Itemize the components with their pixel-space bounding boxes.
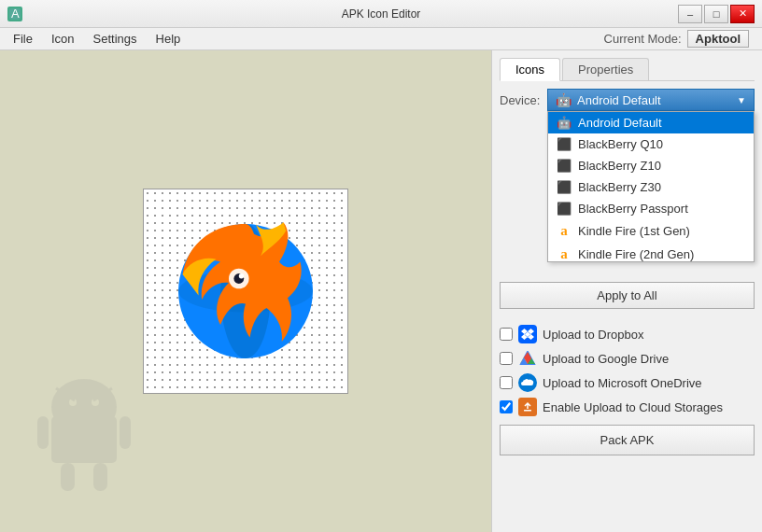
app-icon: A [7,7,22,21]
dropdown-item-label: Kindle Fire (1st Gen) [578,224,690,238]
device-android-icon: 🤖 [556,92,572,107]
svg-rect-6 [61,463,75,491]
dropdown-item-bb-z10[interactable]: ⬛ BlackBerry Z10 [548,155,754,176]
android-icon: 🤖 [556,116,572,130]
android-watermark [28,365,140,513]
bb-icon-2: ⬛ [556,159,572,173]
svg-text:A: A [11,8,20,20]
apply-to-all-button[interactable]: Apply to All [500,282,755,309]
dropdown-item-kindle-2[interactable]: a Kindle Fire (2nd Gen) [548,243,754,261]
svg-rect-3 [51,416,117,463]
checkbox-row-cloud: Enable Upload to Cloud Storages [500,395,755,419]
window-controls[interactable]: – □ ✕ [678,5,755,23]
device-dropdown[interactable]: 🤖 Android Default ⬛ BlackBerry Q10 ⬛ Bla… [547,111,755,262]
tab-icons[interactable]: Icons [500,58,560,81]
cloud-icon [518,398,537,416]
onedrive-label: Upload to Microsoft OneDrive [543,376,702,390]
minimize-button[interactable]: – [678,5,702,23]
current-mode-label: Current Mode: [604,32,682,46]
left-panel [0,50,491,532]
checkbox-row-dropbox: Upload to Dropbox [500,322,755,346]
device-row: Device: 🤖 Android Default ▼ 🤖 Android De… [500,89,755,111]
svg-rect-23 [524,410,531,412]
canvas-area[interactable] [143,189,348,394]
dropdown-scroll[interactable]: 🤖 Android Default ⬛ BlackBerry Q10 ⬛ Bla… [548,112,754,261]
device-select-container: 🤖 Android Default ▼ 🤖 Android Default ⬛ … [547,89,755,111]
svg-rect-5 [120,416,131,449]
menu-icon[interactable]: Icon [42,30,84,48]
gdrive-icon [518,349,537,368]
maximize-button[interactable]: □ [704,5,728,23]
pack-apk-button[interactable]: Pack APK [500,425,755,455]
close-button[interactable]: ✕ [730,5,755,23]
dropdown-item-bb-z30[interactable]: ⬛ BlackBerry Z30 [548,176,754,198]
device-select[interactable]: 🤖 Android Default ▼ [547,89,755,111]
cloud-enable-checkbox[interactable] [500,400,513,413]
bb-icon-4: ⬛ [556,202,572,216]
dropdown-arrow-icon: ▼ [737,95,746,105]
right-panel: Icons Properties Device: 🤖 Android Defau… [491,50,762,532]
svg-rect-4 [37,416,49,449]
gdrive-label: Upload to Google Drive [543,352,669,366]
main-content: Icons Properties Device: 🤖 Android Defau… [0,50,762,532]
dropdown-item-kindle-1[interactable]: a Kindle Fire (1st Gen) [548,219,754,243]
dropdown-item-label: BlackBerry Passport [578,202,688,216]
svg-rect-7 [93,463,107,491]
dropdown-item-label: Android Default [578,116,662,130]
dropbox-label: Upload to Dropbox [543,328,643,342]
title-bar: A APK Icon Editor – □ ✕ [0,0,762,28]
kindle-icon-2: a [556,246,572,261]
dropdown-item-label: BlackBerry Z10 [578,159,661,173]
dropdown-item-label: BlackBerry Q10 [578,137,663,151]
svg-point-17 [239,273,244,278]
onedrive-icon [518,373,537,392]
dropdown-item-android-default[interactable]: 🤖 Android Default [548,112,754,133]
bb-icon-1: ⬛ [556,137,572,151]
cloud-label: Enable Upload to Cloud Storages [543,400,723,414]
tab-bar: Icons Properties [500,58,755,81]
dropbox-checkbox[interactable] [500,328,513,341]
kindle-icon-1: a [556,223,572,239]
window-title: APK Icon Editor [342,7,421,21]
device-selected-name: Android Default [577,93,731,107]
menu-settings[interactable]: Settings [84,30,147,48]
dropbox-icon [518,325,537,343]
dropdown-item-bb-q10[interactable]: ⬛ BlackBerry Q10 [548,133,754,155]
device-label: Device: [500,93,542,107]
current-mode: Current Mode: Apktool [604,30,758,48]
dropdown-item-bb-passport[interactable]: ⬛ BlackBerry Passport [548,198,754,219]
menu-bar: File Icon Settings Help Current Mode: Ap… [0,28,762,50]
onedrive-checkbox[interactable] [500,376,513,389]
bb-icon-3: ⬛ [556,180,572,194]
checkbox-row-gdrive: Upload to Google Drive [500,346,755,371]
dropdown-item-label: Kindle Fire (2nd Gen) [578,247,694,261]
gdrive-checkbox[interactable] [500,352,513,365]
menu-help[interactable]: Help [147,30,190,48]
tab-properties[interactable]: Properties [562,58,649,80]
current-mode-value: Apktool [687,30,749,48]
dropdown-item-label: BlackBerry Z30 [578,180,661,194]
title-bar-left: A [7,7,22,21]
firefox-logo [162,207,330,375]
checkbox-row-onedrive: Upload to Microsoft OneDrive [500,371,755,395]
menu-file[interactable]: File [4,30,42,48]
